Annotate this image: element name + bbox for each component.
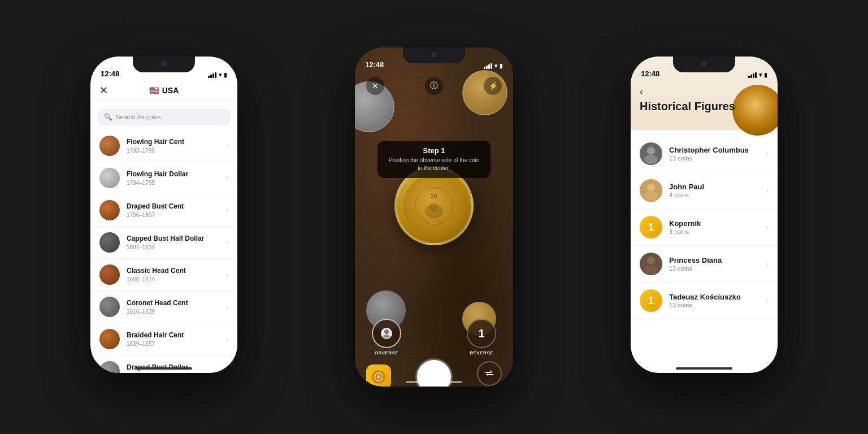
coin-info: Flowing Hair Dollar 1794–1795 — [127, 170, 219, 186]
coin-thumbnail — [99, 329, 120, 349]
figure-info: Tadeusz Kościuszko 13 coins — [669, 293, 760, 309]
svg-point-9 — [377, 375, 380, 379]
figures-list: Christopher Columbus 13 coins › — [631, 136, 778, 373]
list-item[interactable]: Draped Bust Dollar 1795–1804 › — [90, 355, 237, 373]
svg-text:20: 20 — [431, 193, 437, 199]
flash-icon: ⚡ — [488, 81, 498, 90]
figure-info: John Paul 4 coins — [669, 183, 760, 198]
figure-name: Tadeusz Kościuszko — [669, 293, 760, 301]
list-item[interactable]: Christopher Columbus 13 coins › — [631, 136, 778, 172]
figure-info: Kopernik 3 coins — [669, 219, 760, 235]
list-item[interactable]: Coronet Head Cent 1816–1839 › — [90, 291, 237, 323]
coin-name: Classic Head Cent — [127, 267, 219, 276]
figure-coin-count: 13 coins — [669, 155, 760, 162]
christopher-columbus-avatar — [640, 142, 662, 165]
center-battery-icon: ▮ — [500, 63, 503, 69]
list-item[interactable]: Braided Hair Cent 1839–1857 › — [90, 323, 237, 355]
list-item[interactable]: John Paul 4 coins › — [631, 172, 778, 209]
step-title: Step 1 — [387, 146, 481, 155]
main-coin-inner: 20 — [403, 175, 465, 237]
flash-button[interactable]: ⚡ — [484, 77, 502, 95]
svg-rect-10 — [485, 372, 491, 373]
chevron-right-icon: › — [226, 367, 228, 373]
app-logo-icon — [371, 369, 387, 385]
figure-name: Kopernik — [669, 219, 760, 228]
list-item[interactable]: Flowing Hair Dollar 1794–1795 › — [90, 162, 237, 194]
coin-info: Draped Bust Cent 1796–1807 — [127, 202, 219, 218]
list-item[interactable]: Capped Bust Half Dollar 1807–1839 › — [90, 227, 237, 259]
coin-name: Coronet Head Cent — [127, 299, 219, 308]
chevron-right-icon: › — [226, 206, 228, 214]
close-camera-button[interactable]: ✕ — [366, 77, 384, 95]
info-button[interactable]: ⓘ — [425, 77, 443, 95]
camera-top-bar: ✕ ⓘ ⚡ — [355, 72, 513, 99]
close-button[interactable]: ✕ — [99, 84, 108, 97]
coin-years: 1816–1839 — [127, 309, 219, 315]
center-notch — [403, 47, 465, 63]
camera-shutter-row: SWAP — [355, 360, 513, 387]
search-icon: 🔍 — [104, 113, 112, 121]
search-bar[interactable]: 🔍 Search for coins — [97, 108, 231, 125]
obverse-button[interactable]: OBVERSE — [372, 319, 401, 355]
swap-button[interactable]: SWAP — [477, 361, 502, 387]
svg-point-18 — [647, 184, 655, 192]
coin-info: Braided Hair Cent 1839–1857 — [127, 331, 219, 347]
country-name: USA — [162, 86, 179, 95]
shutter-button[interactable] — [417, 360, 451, 387]
center-wifi-icon: ▾ — [494, 63, 497, 69]
reverse-circle: 1 — [467, 319, 496, 348]
john-paul-avatar — [640, 179, 662, 202]
chevron-right-icon: › — [766, 297, 769, 305]
right-status-icons: ▾ ▮ — [748, 72, 767, 78]
coin-thumbnail — [99, 200, 120, 220]
svg-point-21 — [647, 257, 655, 264]
chevron-right-icon: › — [766, 186, 769, 194]
step-tooltip: Step 1 Position the obverse side of the … — [377, 141, 491, 178]
coin-thumbnail — [99, 264, 120, 285]
list-item[interactable]: Flowing Hair Cent 1793–1796 › — [90, 130, 237, 162]
coin-name: Braided Hair Cent — [127, 331, 219, 340]
step-description: Position the obverse side of the coin in… — [387, 157, 481, 172]
right-battery-icon: ▮ — [764, 72, 767, 78]
chevron-right-icon: › — [766, 223, 769, 231]
chevron-right-icon: › — [226, 335, 228, 343]
swap-icon — [484, 368, 495, 379]
chevron-right-icon: › — [766, 260, 769, 268]
swap-circle — [477, 361, 502, 386]
coin-list: Flowing Hair Cent 1793–1796 › Flowing Ha… — [90, 130, 237, 373]
obverse-label: OBVERSE — [375, 350, 399, 355]
coin-thumbnail — [99, 232, 120, 253]
coin-thumbnail — [99, 361, 120, 373]
coin-thumbnail — [99, 168, 120, 188]
list-item[interactable]: 1 Kopernik 3 coins › — [631, 209, 778, 246]
left-notch — [133, 57, 195, 72]
coin-name: Draped Bust Cent — [127, 202, 219, 211]
left-screen: 12:48 ▾ ▮ ✕ 🇺🇸 USA — [90, 57, 237, 373]
chevron-right-icon: › — [226, 238, 228, 246]
obverse-icon — [380, 327, 393, 340]
center-signal — [484, 63, 492, 69]
phone-center: 12:48 ▾ ▮ ✕ ⓘ — [355, 47, 513, 387]
reverse-button[interactable]: 1 REVERSE — [467, 319, 496, 355]
country-label: 🇺🇸 USA — [149, 86, 179, 95]
coin-name: Flowing Hair Dollar — [127, 170, 219, 179]
figure-avatar — [640, 253, 662, 275]
list-item[interactable]: 1 Tadeusz Kościuszko 13 coins › — [631, 283, 778, 319]
center-screen: 12:48 ▾ ▮ ✕ ⓘ — [355, 47, 513, 387]
princess-diana-avatar — [640, 253, 662, 275]
scan-mode-buttons: OBVERSE 1 REVERSE — [355, 319, 513, 355]
list-item[interactable]: Draped Bust Cent 1796–1807 › — [90, 194, 237, 227]
list-item[interactable]: Classic Head Cent 1808–1814 › — [90, 259, 237, 291]
right-screen: 12:48 ▾ ▮ ‹ — [631, 57, 778, 373]
back-button[interactable]: ‹ — [640, 86, 769, 98]
right-notch — [673, 57, 735, 72]
left-status-icons: ▾ ▮ — [208, 72, 227, 78]
list-item[interactable]: Princess Diana 13 coins › — [631, 246, 778, 283]
left-signal — [208, 72, 216, 78]
coin-info: Classic Head Cent 1808–1814 — [127, 267, 219, 283]
figure-avatar — [640, 142, 662, 165]
reverse-label: REVERSE — [470, 350, 493, 355]
chevron-right-icon: › — [226, 271, 228, 279]
camera-controls: OBVERSE 1 REVERSE — [355, 313, 513, 387]
figure-info: Christopher Columbus 13 coins — [669, 146, 760, 162]
